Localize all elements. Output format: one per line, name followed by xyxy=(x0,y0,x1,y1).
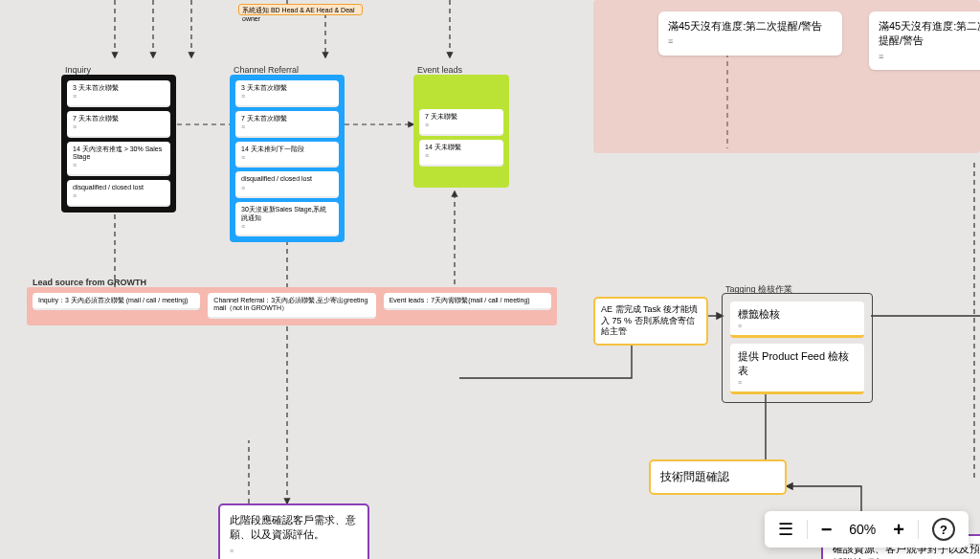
note-icon: ≡ xyxy=(668,35,833,48)
note-icon: ≡ xyxy=(879,51,980,63)
zoom-level[interactable]: 60% xyxy=(845,522,880,537)
tagging-frame[interactable]: 標籤檢核 ≡ 提供 Product Feed 檢核表 ≡ xyxy=(722,293,873,403)
reminder-note-b: 滿45天沒有進度:第二次提醒/警告 ≡ xyxy=(869,11,980,70)
bottom-left-note-text: 此階段應確認客戶需求、意願、以及資源評估。 xyxy=(230,513,358,543)
system-notify-bar: 系統通知 BD Head & AE Head & Deal owner xyxy=(238,4,363,15)
card[interactable]: 7 天未聯繫≡ xyxy=(419,109,503,136)
bottom-left-note[interactable]: 此階段應確認客戶需求、意願、以及資源評估。 ≡ xyxy=(218,503,369,559)
card[interactable]: disqualified / closed lost≡ xyxy=(235,171,339,198)
card[interactable]: 30天沒更新Sales Stage,系統跳通知≡ xyxy=(235,202,339,236)
lead-card[interactable]: Channel Referral：3天內必須聯繫,至少寄出greeting ma… xyxy=(208,293,375,319)
card[interactable]: 3 天未首次聯繫≡ xyxy=(67,80,170,107)
frame-title-event: Event leads xyxy=(417,65,462,75)
lead-source-title: Lead source from GROWTH xyxy=(33,278,146,287)
reminder-b-text: 滿45天沒有進度:第二次提醒/警告 xyxy=(879,19,980,49)
system-notify-label: 系統通知 BD Head & AE Head & Deal owner xyxy=(242,7,355,22)
zoom-in-button[interactable]: + xyxy=(893,519,904,541)
card[interactable]: 3 天未首次聯繫≡ xyxy=(235,80,339,107)
card[interactable]: 14 天未推到下一階段≡ xyxy=(235,142,339,168)
ae-note-text: AE 需完成 Task 後才能填入 75 % 否則系統會寄信給主管 xyxy=(601,304,698,336)
card-icon: ≡ xyxy=(738,379,857,386)
lead-card[interactable]: Event leads：7天內需聯繫(mail / call / meeting… xyxy=(384,293,551,310)
lead-card[interactable]: Inquiry：3 天內必須首次聯繫 (mail / call / meetin… xyxy=(33,293,200,310)
zoom-toolbar: ☰ − 60% + ? xyxy=(765,511,969,548)
lead-source-region: Inquiry：3 天內必須首次聯繫 (mail / call / meetin… xyxy=(27,287,557,325)
card[interactable]: disqualified / closed lost≡ xyxy=(67,180,170,207)
canvas[interactable]: 系統通知 BD Head & AE Head & Deal owner 滿45天… xyxy=(0,0,980,559)
tech-note-text: 技術問題確認 xyxy=(660,470,729,483)
card[interactable]: 14 天內沒有推進 > 30% Sales Stage≡ xyxy=(67,142,170,176)
note-icon: ≡ xyxy=(230,547,358,556)
tagging-card[interactable]: 標籤檢核 ≡ xyxy=(730,302,864,338)
help-icon[interactable]: ? xyxy=(932,518,955,541)
card[interactable]: 14 天未聯繫≡ xyxy=(419,140,503,167)
frame-title-channel: Channel Referral xyxy=(234,65,299,75)
list-view-icon[interactable]: ☰ xyxy=(778,519,793,540)
ae-note[interactable]: AE 需完成 Task 後才能填入 75 % 否則系統會寄信給主管 xyxy=(593,297,708,346)
toolbar-separator xyxy=(918,520,919,539)
card[interactable]: 7 天未首次聯繫≡ xyxy=(235,111,339,138)
frame-channel[interactable]: 3 天未首次聯繫≡ 7 天未首次聯繫≡ 14 天未推到下一階段≡ disqual… xyxy=(230,75,345,242)
card[interactable]: 7 天未首次聯繫≡ xyxy=(67,111,170,138)
card-icon: ≡ xyxy=(738,323,857,329)
tech-note[interactable]: 技術問題確認 xyxy=(649,459,787,495)
zoom-out-button[interactable]: − xyxy=(821,519,833,541)
toolbar-separator xyxy=(807,520,808,539)
frame-inquiry[interactable]: 3 天未首次聯繫≡ 7 天未首次聯繫≡ 14 天內沒有推進 > 30% Sale… xyxy=(61,75,176,212)
frame-event[interactable]: 7 天未聯繫≡ 14 天未聯繫≡ xyxy=(413,75,509,188)
reminder-note-a: 滿45天沒有進度:第二次提醒/警告 ≡ xyxy=(658,11,842,56)
frame-title-inquiry: Inquiry xyxy=(65,65,91,75)
tagging-card[interactable]: 提供 Product Feed 檢核表 ≡ xyxy=(730,344,864,394)
reminder-a-text: 滿45天沒有進度:第二次提醒/警告 xyxy=(668,19,833,34)
